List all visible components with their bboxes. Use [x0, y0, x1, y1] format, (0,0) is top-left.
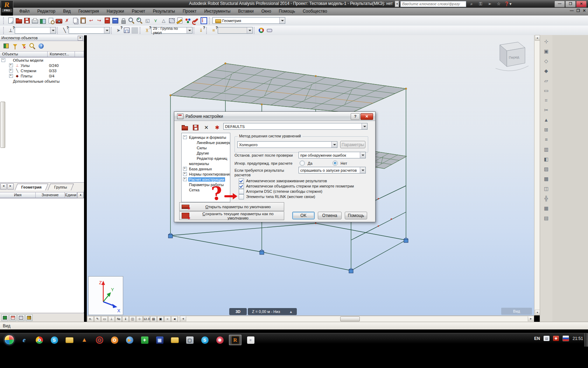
view-attr-open-icon[interactable]: ◄ — [171, 316, 178, 322]
print-icon[interactable] — [31, 17, 39, 25]
open-default-params-button[interactable]: Открыть параметры по умолчанию — [179, 202, 284, 211]
view-attr-local-axes-icon[interactable]: ⊹ — [136, 316, 143, 322]
tree-expander-icon[interactable] — [9, 69, 13, 73]
taskbar-vlc[interactable]: ▲ — [78, 335, 90, 345]
view-attr-values-icon[interactable]: 12.3 — [143, 316, 150, 322]
dlg-tree-linear[interactable]: Линейные размеры — [182, 140, 230, 145]
tree-expander-icon[interactable] — [183, 135, 187, 139]
window-close-button[interactable]: ✕ — [576, 1, 587, 7]
edit-window-icon[interactable] — [122, 27, 131, 34]
prefs-new-icon[interactable]: ✱ — [213, 124, 221, 131]
dlg-tree-materials[interactable]: материалы — [182, 161, 230, 166]
layer-icon-2[interactable] — [9, 314, 16, 321]
select-bars-icon[interactable]: ╲ — [61, 27, 69, 34]
checkbox[interactable] — [239, 184, 244, 189]
toolbar-grip[interactable] — [194, 27, 196, 34]
menu-item[interactable]: Результаты — [149, 8, 179, 15]
rt-section-icon[interactable]: ◧ — [541, 154, 551, 164]
tree-expander-icon[interactable] — [1, 58, 5, 62]
horizontal-scrollbar[interactable]: ◄ ► — [180, 316, 534, 322]
print-compose-icon[interactable] — [39, 17, 47, 25]
tabs-scroll-left-icon[interactable]: ◄ — [0, 183, 7, 190]
prefs-save-icon[interactable] — [191, 124, 200, 131]
checkbox-merge-bars[interactable]: Автоматически объединять стержни при имп… — [239, 184, 354, 189]
tabs-scroll-right-icon[interactable]: ► — [7, 183, 14, 190]
filter-clear-icon[interactable] — [20, 42, 28, 50]
menu-item[interactable]: Инструменты — [200, 8, 234, 15]
vertical-scrollbar-thumb[interactable] — [0, 102, 5, 148]
zoom-icon[interactable] — [127, 17, 135, 25]
rt-table-icon[interactable]: ▤ — [541, 213, 551, 223]
menu-item[interactable]: Проект — [179, 8, 201, 15]
layer-icon-4[interactable] — [26, 314, 33, 321]
view-attr-loads-icon[interactable]: ⇓ — [122, 316, 129, 322]
dlg-tree-units[interactable]: Единицы и форматы — [182, 135, 230, 140]
delete-icon[interactable]: ✗ — [63, 17, 71, 25]
taskbar-folder[interactable] — [63, 335, 75, 345]
toolbar-grip[interactable] — [111, 27, 113, 34]
measure-icon[interactable]: △ — [160, 17, 168, 25]
rt-mesh-icon[interactable]: ⊞ — [541, 125, 551, 135]
orbit-3d-icon[interactable] — [184, 17, 192, 25]
tray-shield-icon[interactable]: ✚ — [553, 336, 559, 341]
rt-beam-icon[interactable]: ≡ — [541, 135, 551, 144]
mdi-close-icon[interactable]: ✕ — [583, 8, 586, 13]
toolbar-grip[interactable] — [140, 27, 142, 34]
inspector-help-icon[interactable]: ? — [37, 42, 45, 50]
node-selection-combo[interactable] — [15, 27, 56, 34]
window-minimize-button[interactable]: — — [554, 1, 565, 7]
taskbar-red-media[interactable]: ❋ — [214, 335, 226, 345]
toolbar-grip[interactable] — [57, 27, 59, 34]
vertical-scrollbar[interactable]: ▲ ▼ — [534, 35, 540, 315]
dlg-tree-design-codes[interactable]: Нормы проектирования — [182, 171, 230, 177]
rt-case2-icon[interactable]: ▣ — [541, 46, 551, 56]
rt-wall-icon[interactable]: ▭ — [541, 86, 551, 95]
scroll-left-icon[interactable]: ◄ — [180, 316, 186, 321]
filter-funnel-icon[interactable] — [11, 42, 19, 50]
rt-axes-icon[interactable]: ⊹ — [541, 36, 551, 46]
taskbar-opera[interactable]: O — [93, 335, 105, 345]
communication-icon[interactable]: ➢ — [486, 1, 493, 7]
taskbar-notepad[interactable]: ≡ — [245, 335, 257, 345]
checkbox-dsc-algorithm[interactable]: Алгоритм DSC (степени свободы стержня) — [239, 189, 322, 194]
radio-yes[interactable] — [300, 161, 305, 166]
mdi-window-controls[interactable]: — ❐ ✕ — [570, 8, 586, 13]
calculation-report-icon[interactable] — [111, 17, 119, 25]
dlg-tree-structure-analysis[interactable]: Расчет конструкции — [182, 177, 230, 182]
column-units[interactable]: Едини — [65, 192, 77, 198]
screen-capture-icon[interactable] — [55, 17, 63, 25]
tree-bars[interactable]: ╲ Стержни 0/33 — [0, 68, 84, 73]
taskbar-media-player[interactable]: ▶ — [124, 335, 135, 345]
select-nodes-icon[interactable]: ⊥ — [7, 27, 15, 34]
link-icon[interactable] — [265, 27, 273, 34]
rt-material-icon[interactable]: ▨ — [541, 164, 551, 174]
view-attr-numbers-icon[interactable]: № — [115, 316, 122, 322]
toolbar-grip[interactable] — [3, 17, 6, 24]
select-pointer-icon[interactable]: ➤ — [114, 27, 122, 34]
tree-expander-icon[interactable] — [9, 74, 13, 78]
menu-item[interactable]: Сообщество — [299, 8, 331, 15]
dlg-tree-unit-editor[interactable]: Редактор единиц — [182, 156, 230, 161]
menu-item[interactable]: Вид — [59, 8, 75, 15]
select-loads-icon[interactable]: ⇓ — [197, 27, 205, 34]
dlg-tree-mesh[interactable]: Сетка — [182, 187, 230, 192]
menu-item[interactable]: Геометрия — [75, 8, 103, 15]
checkbox-rlink-elements[interactable]: Элементы типа RLINK (жесткие связи) — [239, 194, 315, 199]
tab-geometry[interactable]: Геометрия — [15, 184, 48, 190]
lock-results-icon[interactable] — [119, 17, 127, 25]
preferences-profile-combo[interactable]: DEFAULTS — [223, 123, 368, 130]
color-wheel-icon[interactable] — [257, 27, 265, 34]
show-desktop-button[interactable] — [584, 333, 588, 347]
initial-view-icon[interactable]: ◱ — [144, 17, 152, 25]
taskbar-green-app[interactable]: ✦ — [139, 335, 150, 345]
calculations-icon[interactable] — [103, 17, 111, 25]
taskbar-grey-app[interactable]: ▢ — [184, 335, 196, 345]
undo-icon[interactable]: ↩ — [87, 17, 95, 25]
select-cases-icon[interactable]: ≡ — [210, 27, 218, 34]
tree-expander-icon[interactable] — [183, 172, 187, 176]
toolbar-grip[interactable] — [209, 17, 211, 24]
open-project-icon[interactable] — [15, 17, 23, 25]
print-preview-icon[interactable] — [47, 17, 55, 25]
view-attr-render-icon[interactable]: ▣ — [157, 316, 164, 322]
dlg-tree-work-params[interactable]: Параметры работы — [182, 182, 230, 187]
